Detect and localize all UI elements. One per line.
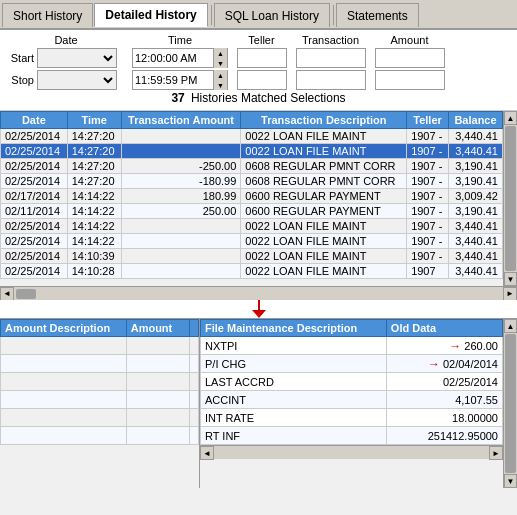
stop-time-input[interactable] — [133, 73, 213, 87]
hscroll-thumb[interactable] — [16, 289, 36, 299]
amount-desc-row[interactable] — [1, 355, 199, 373]
bottom-section: Amount Description Amount File Maintenan… — [0, 318, 517, 488]
matched-count: 37 — [171, 91, 184, 105]
matched-info: 37 Histories Matched Selections — [6, 90, 511, 106]
amount-desc-row[interactable] — [1, 409, 199, 427]
amount-desc-row[interactable] — [1, 373, 199, 391]
amount-desc-row[interactable] — [1, 337, 199, 355]
stop-time-spin[interactable]: ▲ ▼ — [213, 70, 227, 90]
amt-col: Amount — [126, 320, 189, 337]
time-label: Time — [168, 34, 192, 46]
teller-label: Teller — [248, 34, 274, 46]
main-table: Date Time Transaction Amount Transaction… — [0, 111, 503, 279]
vscroll-up[interactable]: ▲ — [504, 111, 517, 125]
col-transaction-amount: Transaction Amount — [121, 112, 241, 129]
start-time-spin[interactable]: ▲ ▼ — [213, 48, 227, 68]
old-data-col: Old Data — [386, 320, 502, 337]
file-maint-row[interactable]: P/I CHG→02/04/2014 — [201, 355, 503, 373]
bottom-left: Amount Description Amount — [0, 319, 200, 488]
red-arrow-svg — [229, 300, 289, 318]
stop-amount-input[interactable] — [375, 70, 445, 90]
hscroll-row: ◄ ► — [0, 286, 517, 300]
svg-marker-1 — [252, 310, 266, 318]
filter-section: Date Start Stop Time ▲ ▼ — [0, 30, 517, 111]
table-row[interactable]: 02/11/201414:14:22250.000600 REGULAR PAY… — [1, 204, 503, 219]
col-teller: Teller — [407, 112, 449, 129]
hscroll-right[interactable]: ► — [503, 287, 517, 301]
table-row[interactable]: 02/25/201414:10:390022 LOAN FILE MAINT19… — [1, 249, 503, 264]
stop-time-up[interactable]: ▲ — [214, 70, 227, 80]
table-row[interactable]: 02/25/201414:10:280022 LOAN FILE MAINT19… — [1, 264, 503, 279]
file-maint-row[interactable]: INT RATE18.00000 — [201, 409, 503, 427]
start-time-down[interactable]: ▼ — [214, 58, 227, 68]
bottom-vscroll-up[interactable]: ▲ — [504, 319, 517, 333]
table-row[interactable]: 02/25/201414:27:20-180.990608 REGULAR PM… — [1, 174, 503, 189]
bottom-vscroll-thumb[interactable] — [505, 334, 516, 473]
start-label: Start — [6, 52, 34, 64]
table-row[interactable]: 02/25/201414:27:200022 LOAN FILE MAINT19… — [1, 144, 503, 159]
table-row[interactable]: 02/25/201414:27:20-250.000608 REGULAR PM… — [1, 159, 503, 174]
stop-date-select[interactable] — [37, 70, 117, 90]
tab-detailed-history[interactable]: Detailed History — [94, 3, 207, 27]
table-row[interactable]: 02/25/201414:14:220022 LOAN FILE MAINT19… — [1, 219, 503, 234]
tab-divider-2 — [333, 5, 334, 25]
table-row[interactable]: 02/25/201414:27:200022 LOAN FILE MAINT19… — [1, 129, 503, 144]
start-time-input[interactable] — [133, 51, 213, 65]
start-teller-input[interactable] — [237, 48, 287, 68]
start-date-select[interactable] — [37, 48, 117, 68]
matched-text: Histories Matched Selections — [191, 91, 346, 105]
main-table-area: Date Time Transaction Amount Transaction… — [0, 111, 517, 286]
hscroll-left[interactable]: ◄ — [0, 287, 14, 301]
stop-time-down[interactable]: ▼ — [214, 80, 227, 90]
start-amount-input[interactable] — [375, 48, 445, 68]
tab-statements[interactable]: Statements — [336, 3, 419, 27]
br-hscroll-right[interactable]: ► — [489, 446, 503, 460]
tab-divider-1 — [211, 5, 212, 25]
file-maint-col: File Maintenance Description — [201, 320, 387, 337]
bottom-vscroll[interactable]: ▲ ▼ — [503, 319, 517, 488]
start-time-input-wrap: ▲ ▼ — [132, 48, 228, 68]
tab-short-history[interactable]: Short History — [2, 3, 93, 27]
amount-desc-row[interactable] — [1, 427, 199, 445]
file-maint-row[interactable]: NXTPI→260.00 — [201, 337, 503, 355]
tab-sql-loan-history[interactable]: SQL Loan History — [214, 3, 330, 27]
col-date: Date — [1, 112, 68, 129]
main-hscroll[interactable]: ◄ ► — [0, 286, 517, 300]
amt-desc-col: Amount Description — [1, 320, 127, 337]
main-table-container: Date Time Transaction Amount Transaction… — [0, 111, 503, 286]
amount-description-table: Amount Description Amount — [0, 319, 199, 445]
amt-col-handle[interactable] — [189, 320, 198, 337]
bottom-right: File Maintenance Description Old Data NX… — [200, 319, 503, 488]
table-row[interactable]: 02/25/201414:14:220022 LOAN FILE MAINT19… — [1, 234, 503, 249]
file-maintenance-table: File Maintenance Description Old Data NX… — [200, 319, 503, 445]
file-maint-row[interactable]: LAST ACCRD02/25/2014 — [201, 373, 503, 391]
transaction-label: Transaction — [302, 34, 359, 46]
date-label: Date — [54, 34, 77, 46]
arrow-divider — [0, 300, 517, 318]
stop-label: Stop — [6, 74, 34, 86]
br-hscroll-left[interactable]: ◄ — [200, 446, 214, 460]
stop-transaction-input[interactable] — [296, 70, 366, 90]
arrow-icon: → — [428, 357, 440, 371]
main-vscroll[interactable]: ▲ ▼ — [503, 111, 517, 286]
bottom-vscroll-down[interactable]: ▼ — [504, 474, 517, 488]
bottom-right-hscroll[interactable]: ◄ ► — [200, 445, 503, 459]
stop-time-input-wrap: ▲ ▼ — [132, 70, 228, 90]
col-balance: Balance — [448, 112, 502, 129]
file-maint-row[interactable]: RT INF251412.95000 — [201, 427, 503, 445]
arrow-icon: → — [449, 339, 461, 353]
start-transaction-input[interactable] — [296, 48, 366, 68]
tab-bar: Short History Detailed History SQL Loan … — [0, 0, 517, 30]
amount-filter-label: Amount — [391, 34, 429, 46]
col-transaction-description: Transaction Description — [241, 112, 407, 129]
start-time-up[interactable]: ▲ — [214, 48, 227, 58]
col-time: Time — [67, 112, 121, 129]
stop-teller-input[interactable] — [237, 70, 287, 90]
file-maint-row[interactable]: ACCINT4,107.55 — [201, 391, 503, 409]
vscroll-down[interactable]: ▼ — [504, 272, 517, 286]
amount-desc-row[interactable] — [1, 391, 199, 409]
table-row[interactable]: 02/17/201414:14:22180.990600 REGULAR PAY… — [1, 189, 503, 204]
vscroll-thumb[interactable] — [505, 126, 516, 271]
